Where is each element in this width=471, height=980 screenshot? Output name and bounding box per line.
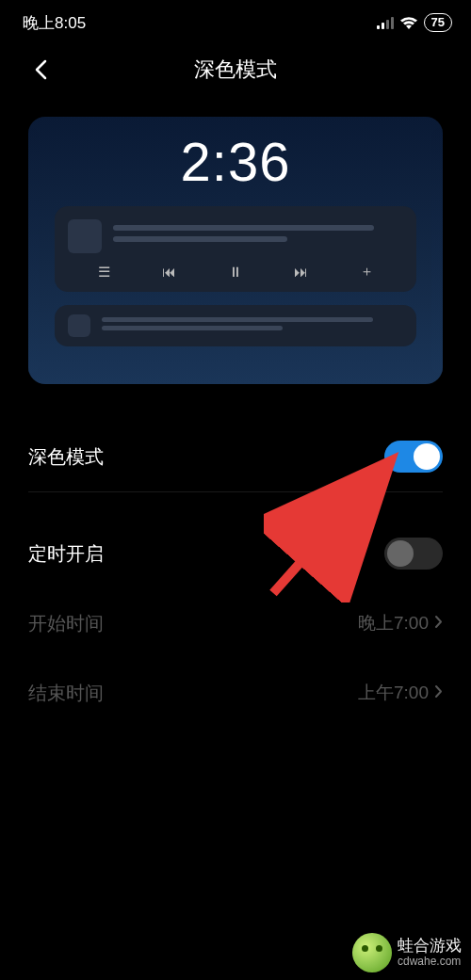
- watermark-logo-icon: [352, 933, 392, 972]
- preview-clock: 2:36: [28, 130, 443, 193]
- back-button[interactable]: [26, 56, 55, 84]
- watermark-url: cdwahe.com: [398, 956, 462, 968]
- chevron-left-icon: [34, 59, 47, 80]
- start-time-value-group: 晚上7:00: [358, 611, 443, 635]
- prev-icon: ⏮: [162, 264, 176, 280]
- widget-thumbnail: [68, 219, 102, 253]
- toggle-knob: [387, 540, 414, 567]
- widget-text-lines: [113, 225, 403, 248]
- end-time-label: 结束时间: [28, 681, 104, 706]
- start-time-label: 开始时间: [28, 611, 104, 636]
- dark-mode-label: 深色模式: [28, 444, 104, 470]
- status-bar: 晚上8:05 75: [0, 0, 471, 40]
- chevron-right-icon: [434, 683, 443, 703]
- dark-mode-toggle[interactable]: [384, 441, 443, 473]
- page-header: 深色模式: [0, 40, 471, 100]
- dark-mode-row[interactable]: 深色模式: [28, 422, 443, 491]
- plus-icon: ＋: [360, 263, 374, 281]
- preview-edge: [431, 128, 443, 373]
- watermark-name: 蛙合游戏: [398, 938, 462, 956]
- start-time-row[interactable]: 开始时间 晚上7:00: [28, 588, 443, 658]
- preview-notification-widget: [55, 305, 416, 346]
- end-time-value: 上午7:00: [358, 681, 429, 705]
- widget-media-controls: ☰ ⏮ ⏸ ⏭ ＋: [68, 263, 403, 281]
- end-time-row[interactable]: 结束时间 上午7:00: [28, 658, 443, 728]
- svg-rect-0: [377, 25, 380, 29]
- svg-rect-2: [386, 20, 389, 29]
- svg-rect-3: [391, 17, 394, 29]
- next-icon: ⏭: [294, 264, 308, 280]
- scheduled-toggle[interactable]: [384, 538, 443, 570]
- widget-row: [68, 219, 403, 253]
- preview-media-widget: ☰ ⏮ ⏸ ⏭ ＋: [55, 206, 416, 292]
- status-time: 晚上8:05: [23, 12, 86, 34]
- menu-icon: ☰: [98, 264, 110, 281]
- end-time-value-group: 上午7:00: [358, 681, 443, 705]
- watermark: 蛙合游戏 cdwahe.com: [343, 925, 471, 980]
- dark-mode-preview: 2:36 ☰ ⏮ ⏸ ⏭ ＋: [28, 117, 443, 384]
- svg-rect-1: [382, 23, 384, 29]
- wifi-icon: [399, 16, 418, 30]
- status-right: 75: [377, 13, 452, 32]
- signal-icon: [377, 16, 394, 29]
- toggle-knob: [414, 443, 440, 470]
- preview-edge: [28, 128, 40, 373]
- battery-indicator: 75: [424, 13, 452, 32]
- chevron-right-icon: [434, 613, 443, 634]
- scheduled-label: 定时开启: [28, 541, 104, 567]
- page-title: 深色模式: [194, 56, 277, 84]
- settings-list: 深色模式 定时开启 开始时间 晚上7:00 结束时间 上午7:00: [28, 422, 443, 728]
- scheduled-row[interactable]: 定时开启: [28, 519, 443, 588]
- start-time-value: 晚上7:00: [358, 611, 429, 635]
- pause-icon: ⏸: [228, 264, 242, 280]
